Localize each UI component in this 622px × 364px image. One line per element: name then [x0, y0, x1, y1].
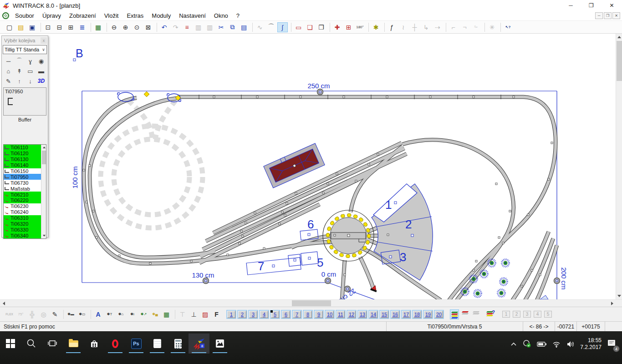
parts-report-icon[interactable]: ≡ [182, 22, 192, 32]
draw-tools-icon[interactable]: ✎ [3, 76, 14, 86]
locomotive-icon[interactable]: ▬ [36, 66, 47, 76]
insert-building-icon[interactable]: ✱⌂ [116, 309, 126, 319]
horizontal-scrollbar[interactable] [0, 299, 622, 307]
curve-track-icon[interactable]: ⌒ [14, 56, 25, 66]
flex-75-icon[interactable]: 75° [15, 309, 26, 319]
layers-all-icon[interactable] [450, 309, 459, 319]
layer-button[interactable]: 11 [336, 311, 345, 318]
chevron-down-icon[interactable]: ∨ [41, 47, 46, 52]
split-disabled-icon[interactable]: ≀ [398, 22, 408, 32]
layer-button[interactable]: 20 [435, 311, 443, 318]
mdi-restore-button[interactable]: ❐ [604, 12, 612, 19]
insert-ruler-icon[interactable]: ✱▬ [66, 309, 76, 319]
profile-icon[interactable]: F [211, 309, 222, 319]
menu-item[interactable]: Soubor [11, 11, 38, 20]
move-icon[interactable]: ✚ [332, 22, 342, 32]
search-icon[interactable] [21, 334, 42, 354]
layer-button[interactable]: 2 [238, 311, 246, 318]
layer-disabled-icon[interactable] [472, 309, 481, 319]
rotate-180-icon[interactable]: 180° [355, 22, 365, 32]
layer-button[interactable]: 19 [424, 311, 432, 318]
export-icon[interactable]: ↓ [25, 76, 36, 86]
insert-figure-icon[interactable]: ✱i [127, 309, 138, 319]
undo-icon[interactable]: ↶ [159, 22, 169, 32]
opera-icon[interactable] [105, 334, 126, 354]
track-list-item[interactable]: Ti06310 [4, 215, 41, 221]
menu-item[interactable]: Zobrazení [65, 11, 100, 20]
layer-button[interactable]: 7 [293, 311, 301, 318]
ungroup-disabled-icon[interactable]: ▥ [204, 22, 215, 32]
layer-button[interactable]: 15 [380, 311, 388, 318]
track-list-item[interactable]: Ti06340 [4, 233, 41, 238]
battery-icon[interactable] [537, 340, 547, 348]
height-down-icon[interactable]: ⊥ [189, 309, 199, 319]
track-list-item[interactable]: Ti06330 [4, 227, 41, 233]
track-list-item[interactable]: Maßstab [4, 186, 41, 192]
flex-lay-icon[interactable]: ◎ [38, 309, 49, 319]
turntable-icon[interactable]: ◉ [36, 56, 47, 66]
print-preview-icon[interactable]: ⊡ [43, 22, 53, 32]
flex-cut-icon[interactable]: FLEX [4, 309, 15, 319]
measure2-disabled-icon[interactable]: ¬ [459, 22, 470, 32]
page-button[interactable]: 3 [523, 311, 531, 318]
platform-icon[interactable]: ▭ [25, 66, 36, 76]
redo-icon[interactable]: ↷ [170, 22, 181, 32]
menu-item[interactable]: Okno [210, 11, 232, 20]
track-list[interactable]: Ti06110 Ti06120 Ti06130 Ti06140 [3, 144, 46, 239]
connect-disabled-icon[interactable]: ↳ [421, 22, 431, 32]
track-list-item[interactable]: Ti06210 [4, 192, 41, 197]
minimize-button[interactable]: ─ [561, 0, 581, 11]
scroll-up-icon[interactable] [41, 145, 46, 150]
flex-track-icon[interactable]: ∿ [255, 22, 265, 32]
sync-tray-icon[interactable] [523, 339, 532, 349]
station-building[interactable] [264, 143, 325, 188]
menu-item[interactable]: Moduly [148, 11, 175, 20]
track-system-combobox[interactable]: Tillig TT Standa ∨ [3, 45, 47, 54]
export-image-icon[interactable]: ▦ [93, 22, 103, 32]
insert-gradient-icon[interactable]: ✱T [104, 309, 115, 319]
zoom-in-icon[interactable]: ⊕ [120, 22, 131, 32]
import-icon[interactable]: ↑ [14, 76, 25, 86]
scroll-right-icon[interactable] [608, 300, 616, 307]
vertical-scrollbar[interactable] [616, 34, 622, 299]
track-list-item[interactable]: Ti06150 [4, 168, 41, 174]
scrollbar-thumb[interactable] [617, 41, 622, 81]
tray-clock[interactable]: 18:55 7.2.2017 [580, 337, 602, 351]
draw-curve-icon[interactable]: ∫ [277, 22, 288, 32]
send-back-icon[interactable]: ❐ [316, 22, 326, 32]
list-scrollbar[interactable] [41, 145, 46, 238]
scrollbar-thumb[interactable] [42, 151, 46, 164]
view-3d-icon[interactable]: 3D [36, 76, 47, 86]
move-grid-icon[interactable]: ⊞ [343, 22, 354, 32]
menu-item[interactable]: Úpravy [38, 11, 65, 20]
track-list-item[interactable]: Ti06240 [4, 209, 41, 215]
photos-icon[interactable] [209, 334, 230, 354]
restore-button[interactable]: ❐ [581, 0, 602, 11]
layer-button[interactable]: 14 [369, 311, 377, 318]
layer-button[interactable]: 17 [402, 311, 410, 318]
layer-button[interactable]: 4 [260, 311, 268, 318]
context-help-icon[interactable]: ↖? [503, 22, 513, 32]
layer-button[interactable]: 3 [249, 311, 257, 318]
insert-terrain-icon[interactable]: ✱▄ [150, 309, 160, 319]
calculator-icon[interactable] [168, 334, 189, 354]
layer-button[interactable]: 13 [358, 311, 367, 318]
layer-button[interactable]: 8 [304, 311, 312, 318]
page-button[interactable]: 2 [513, 311, 520, 318]
layer-button[interactable]: 18 [413, 311, 421, 318]
parts-list-icon[interactable]: ≣ [77, 22, 87, 32]
page-button[interactable]: 5 [544, 311, 552, 318]
insert-new-icon[interactable]: ✱ [371, 22, 381, 32]
turnout-icon[interactable]: ɣ [25, 56, 36, 66]
wintrack-taskbar-icon[interactable]: 8 [189, 334, 209, 354]
scroll-up-icon[interactable] [616, 34, 622, 40]
photoshop-icon[interactable]: Ps [126, 334, 147, 354]
track-list-item[interactable]: Ti06130 [4, 157, 41, 162]
insert-route-icon[interactable]: ✱↗ [138, 309, 149, 319]
task-view-icon[interactable] [42, 334, 63, 354]
layer-single-icon[interactable] [461, 309, 470, 319]
magic-tool-icon[interactable]: ✎ [50, 309, 60, 319]
layers-help-icon[interactable] [485, 309, 495, 319]
scroll-down-icon[interactable] [41, 233, 46, 238]
volume-icon[interactable] [566, 340, 575, 348]
